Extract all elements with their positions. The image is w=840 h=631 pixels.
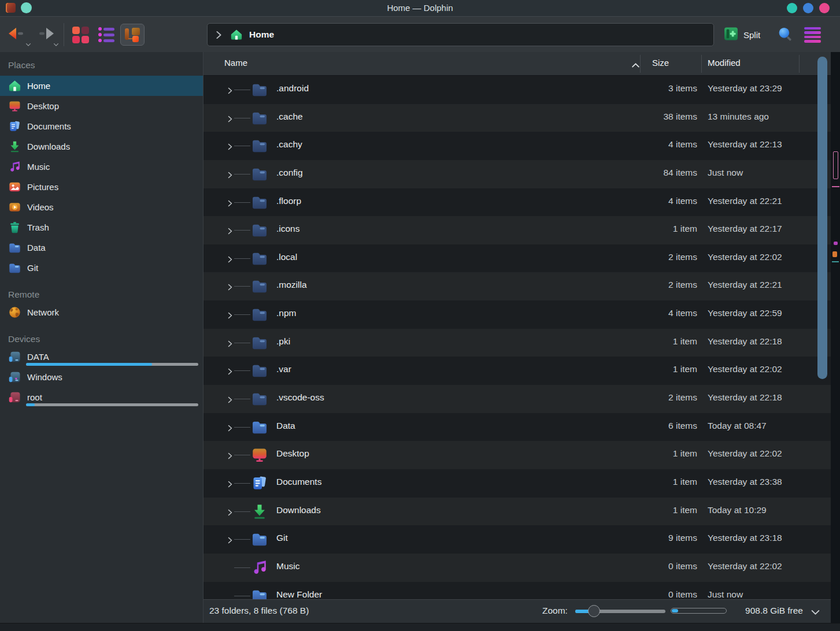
forward-dropdown-chevron-icon[interactable] bbox=[53, 39, 59, 49]
tree-branch-line bbox=[234, 455, 250, 455]
search-icon bbox=[777, 34, 793, 44]
window-button-blue[interactable] bbox=[803, 3, 813, 13]
usage-bar-fill bbox=[26, 363, 152, 366]
file-row-music[interactable]: Music0 itemsYesterday at 22:02 bbox=[203, 554, 831, 582]
location-bar[interactable]: Home bbox=[207, 23, 714, 46]
file-row--cachy[interactable]: .cachy4 itemsYesterday at 22:13 bbox=[203, 132, 831, 160]
tree-branch-line bbox=[234, 343, 250, 343]
window-button-pink[interactable] bbox=[819, 3, 830, 13]
expand-chevron-icon[interactable] bbox=[227, 227, 234, 233]
file-row--var[interactable]: .var1 itemYesterday at 22:02 bbox=[203, 357, 831, 385]
folder-icon bbox=[8, 241, 21, 254]
breadcrumb-location[interactable]: Home bbox=[249, 29, 274, 40]
split-button[interactable]: Split bbox=[723, 25, 760, 44]
sidebar-item-git[interactable]: Git bbox=[0, 258, 203, 278]
file-row--floorp[interactable]: .floorp4 itemsYesterday at 22:21 bbox=[203, 188, 831, 217]
expand-chevron-icon[interactable] bbox=[227, 311, 234, 318]
expand-chevron-icon[interactable] bbox=[227, 367, 234, 374]
sidebar-item-data[interactable]: Data bbox=[0, 237, 203, 258]
sidebar-item-windows[interactable]: Windows bbox=[0, 367, 203, 387]
sort-ascending-icon[interactable] bbox=[631, 60, 640, 70]
sidebar-item-desktop[interactable]: Desktop bbox=[0, 96, 203, 116]
free-space-chevron-icon[interactable] bbox=[811, 608, 820, 618]
expand-chevron-icon[interactable] bbox=[227, 255, 234, 262]
folder-hidden-icon bbox=[251, 334, 268, 351]
tree-branch-line bbox=[234, 286, 250, 287]
column-header-modified[interactable]: Modified bbox=[708, 58, 741, 68]
file-row--config[interactable]: .config84 itemsJust now bbox=[203, 160, 831, 188]
expand-chevron-icon[interactable] bbox=[227, 199, 234, 206]
column-separator[interactable] bbox=[701, 55, 702, 73]
sidebar-item-downloads[interactable]: Downloads bbox=[0, 136, 203, 157]
zoom-slider[interactable] bbox=[575, 610, 665, 613]
sidebar-item-root[interactable]: root bbox=[0, 387, 203, 407]
window-button-teal[interactable] bbox=[787, 3, 797, 13]
file-size: 1 item bbox=[608, 448, 697, 459]
expand-chevron-icon[interactable] bbox=[227, 395, 234, 402]
file-row-desktop[interactable]: Desktop1 itemYesterday at 22:02 bbox=[203, 441, 831, 469]
file-name: .icons bbox=[276, 224, 300, 234]
file-row--pki[interactable]: .pki1 itemYesterday at 22:18 bbox=[203, 329, 831, 357]
column-separator[interactable] bbox=[799, 55, 800, 73]
list-header: Name Size Modified bbox=[203, 52, 831, 76]
details-view-button[interactable] bbox=[94, 24, 119, 46]
file-row-documents[interactable]: Documents1 itemYesterday at 23:38 bbox=[203, 469, 831, 498]
file-name: .npm bbox=[276, 308, 296, 318]
expand-chevron-icon[interactable] bbox=[227, 339, 234, 346]
folder-hidden-icon bbox=[251, 109, 268, 127]
sidebar-item-documents[interactable]: Documents bbox=[0, 116, 203, 136]
file-row--cache[interactable]: .cache38 items13 minutes ago bbox=[203, 104, 831, 132]
trash-icon bbox=[8, 221, 21, 234]
sidebar-item-trash[interactable]: Trash bbox=[0, 217, 203, 237]
tree-view-button[interactable] bbox=[120, 24, 145, 46]
column-separator[interactable] bbox=[640, 55, 641, 73]
file-row--icons[interactable]: .icons1 itemYesterday at 22:17 bbox=[203, 216, 831, 244]
expand-chevron-icon[interactable] bbox=[227, 480, 234, 487]
file-row-new-folder[interactable]: New Folder0 itemsJust now bbox=[203, 582, 831, 599]
sidebar-item-network[interactable]: Network bbox=[0, 302, 203, 322]
back-dropdown-chevron-icon[interactable] bbox=[25, 39, 31, 49]
vertical-scrollbar[interactable] bbox=[817, 57, 827, 379]
expand-chevron-icon[interactable] bbox=[227, 142, 234, 149]
expand-chevron-icon[interactable] bbox=[227, 170, 234, 177]
hamburger-menu-button[interactable] bbox=[804, 27, 821, 43]
zoom-slider-handle[interactable] bbox=[588, 605, 600, 617]
file-size: 2 items bbox=[608, 392, 697, 403]
menu-icon bbox=[804, 40, 821, 42]
documents-icon bbox=[8, 120, 21, 133]
tree-branch-line bbox=[234, 202, 250, 203]
expand-chevron-icon[interactable] bbox=[227, 536, 234, 543]
sidebar-item-home[interactable]: Home bbox=[0, 76, 203, 96]
file-row-git[interactable]: Git9 itemsYesterday at 23:18 bbox=[203, 525, 831, 554]
file-row--mozilla[interactable]: .mozilla2 itemsYesterday at 22:21 bbox=[203, 272, 831, 300]
file-row--npm[interactable]: .npm4 itemsYesterday at 22:59 bbox=[203, 300, 831, 329]
sidebar-item-music[interactable]: Music bbox=[0, 157, 203, 177]
expand-chevron-icon[interactable] bbox=[227, 283, 234, 289]
file-row--vscode-oss[interactable]: .vscode-oss2 itemsYesterday at 22:18 bbox=[203, 385, 831, 413]
icons-view-button[interactable] bbox=[68, 24, 92, 46]
file-size: 4 items bbox=[608, 196, 697, 206]
file-row-downloads[interactable]: Downloads1 itemToday at 10:29 bbox=[203, 498, 831, 526]
expand-chevron-icon[interactable] bbox=[227, 424, 234, 430]
file-row--android[interactable]: .android3 itemsYesterday at 23:29 bbox=[203, 76, 831, 104]
forward-button[interactable] bbox=[35, 26, 60, 44]
sidebar-item-data[interactable]: DATA bbox=[0, 347, 203, 367]
folder-hidden-icon bbox=[251, 194, 268, 211]
search-button[interactable] bbox=[777, 26, 793, 42]
sidebar-item-videos[interactable]: Videos bbox=[0, 197, 203, 217]
file-size: 9 items bbox=[608, 533, 697, 543]
expand-chevron-icon[interactable] bbox=[227, 451, 234, 458]
column-header-size[interactable]: Size bbox=[652, 58, 669, 68]
expand-chevron-icon[interactable] bbox=[227, 508, 234, 515]
section-label-devices: Devices bbox=[0, 329, 203, 347]
file-row-data[interactable]: Data6 itemsToday at 08:47 bbox=[203, 413, 831, 441]
column-header-name[interactable]: Name bbox=[224, 58, 247, 68]
file-row--local[interactable]: .local2 itemsYesterday at 22:02 bbox=[203, 244, 831, 273]
back-button[interactable] bbox=[7, 26, 32, 44]
sidebar-item-label: root bbox=[27, 392, 42, 402]
file-size: 1 item bbox=[608, 224, 697, 234]
file-size: 0 items bbox=[608, 589, 697, 599]
expand-chevron-icon[interactable] bbox=[227, 114, 234, 121]
sidebar-item-pictures[interactable]: Pictures bbox=[0, 177, 203, 197]
expand-chevron-icon[interactable] bbox=[227, 86, 234, 93]
